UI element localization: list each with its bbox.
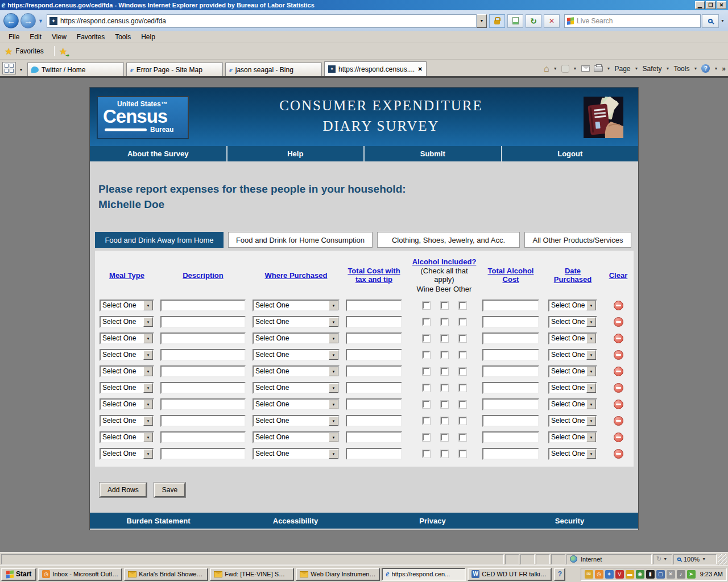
display-icon[interactable]: ▢ [656, 570, 665, 579]
clear-row-button[interactable] [614, 433, 623, 442]
date-purchased-select[interactable]: Select One▼ [548, 448, 597, 460]
home-dropdown[interactable]: ▼ [553, 66, 557, 70]
date-purchased-select[interactable]: Select One▼ [548, 415, 597, 427]
beer-checkbox[interactable] [441, 417, 448, 425]
clear-row-button[interactable] [614, 367, 623, 376]
clear-row-button[interactable] [614, 449, 623, 459]
favorites-button[interactable]: Favorites [15, 47, 43, 55]
close-tab-icon[interactable]: ✕ [418, 66, 423, 72]
other-checkbox[interactable] [459, 368, 466, 375]
beer-checkbox[interactable] [441, 335, 448, 342]
menu-view[interactable]: View [47, 32, 72, 42]
description-input[interactable] [160, 382, 246, 394]
device-icon[interactable]: ▮ [646, 570, 655, 579]
outlook-icon[interactable]: ◷ [595, 570, 603, 579]
clear-row-button[interactable] [614, 400, 623, 409]
meal-type-select[interactable]: Select One▼ [100, 365, 154, 377]
tab-food-and-drink-for-home-consumption[interactable]: Food and Drink for Home Consumption [228, 232, 373, 248]
recent-pages-dropdown-icon[interactable]: ▼ [38, 18, 43, 24]
meal-type-select[interactable]: Select One▼ [100, 431, 154, 443]
browser-tab-https-respond-census[interactable]: ✦https://respond.census....✕ [324, 61, 427, 76]
description-input[interactable] [160, 365, 246, 377]
beer-checkbox[interactable] [441, 450, 448, 458]
date-purchased-select[interactable]: Select One▼ [548, 382, 597, 394]
meal-type-select[interactable]: Select One▼ [100, 300, 154, 311]
tab-clothing-shoes-jewelry-and-acc[interactable]: Clothing, Shoes, Jewelry, and Acc. [377, 232, 520, 248]
col-where-purchased[interactable]: Where Purchased [265, 271, 328, 280]
protected-mode-indicator[interactable]: ↻▼ [653, 554, 672, 564]
beer-checkbox[interactable] [441, 318, 448, 326]
tools-menu[interactable]: Tools [673, 65, 689, 73]
clear-row-button[interactable] [614, 416, 623, 426]
date-purchased-select[interactable]: Select One▼ [548, 431, 597, 443]
date-purchased-select[interactable]: Select One▼ [548, 300, 597, 311]
total-cost-input[interactable] [346, 349, 402, 361]
address-url[interactable]: https://respond.census.gov/ced/fda [60, 17, 166, 25]
taskbar-button-inbox-microsoft-outlook[interactable]: ◷Inbox - Microsoft Outlook [38, 568, 122, 581]
clear-row-button[interactable] [614, 383, 623, 393]
address-dropdown[interactable]: ▼ [477, 14, 487, 28]
where-purchased-select[interactable]: Select One▼ [253, 332, 340, 344]
total-alcohol-cost-input[interactable] [482, 448, 539, 460]
total-cost-input[interactable] [346, 448, 402, 460]
total-cost-input[interactable] [346, 365, 402, 377]
total-cost-input[interactable] [346, 398, 402, 410]
nav-about-the-survey[interactable]: About the Survey [90, 146, 226, 161]
description-input[interactable] [160, 398, 246, 410]
where-purchased-select[interactable]: Select One▼ [253, 431, 340, 443]
footer-burden-statement[interactable]: Burden Statement [90, 513, 227, 529]
date-purchased-select[interactable]: Select One▼ [548, 365, 597, 377]
date-purchased-select[interactable]: Select One▼ [548, 332, 597, 344]
back-button[interactable]: ← [3, 13, 19, 28]
beer-checkbox[interactable] [441, 351, 448, 359]
antivirus-icon[interactable]: V [615, 570, 624, 579]
help-icon[interactable]: ? [701, 64, 710, 73]
nav-logout[interactable]: Logout [501, 146, 639, 161]
wine-checkbox[interactable] [423, 384, 430, 392]
taskbar-button-karla-s-bridal-shower-b[interactable]: Karla's Bridal Shower b... [124, 568, 208, 581]
clear-row-button[interactable] [614, 301, 623, 310]
col-alcohol-included[interactable]: Alcohol Included? [412, 257, 477, 266]
description-input[interactable] [160, 415, 246, 427]
date-purchased-select[interactable]: Select One▼ [548, 349, 597, 361]
description-input[interactable] [160, 349, 246, 361]
update-icon[interactable]: ➤ [687, 570, 696, 579]
nav-help[interactable]: Help [226, 146, 364, 161]
browser-tab-error-page-site-map[interactable]: eError Page - Site Map [126, 63, 223, 76]
where-purchased-select[interactable]: Select One▼ [253, 316, 340, 328]
where-purchased-select[interactable]: Select One▼ [253, 415, 340, 427]
beer-checkbox[interactable] [441, 384, 448, 392]
total-cost-input[interactable] [346, 332, 402, 344]
other-checkbox[interactable] [459, 318, 466, 326]
total-alcohol-cost-input[interactable] [482, 415, 539, 427]
minimize-button[interactable]: ▁ [695, 1, 705, 9]
close-button[interactable]: ✕ [717, 1, 726, 9]
compatibility-view-button[interactable] [507, 14, 523, 28]
where-purchased-select[interactable]: Select One▼ [253, 448, 340, 460]
col-date-purchased[interactable]: Date Purchased [554, 267, 592, 284]
description-input[interactable] [160, 431, 246, 443]
menu-favorites[interactable]: Favorites [72, 32, 110, 42]
wine-checkbox[interactable] [423, 401, 430, 408]
other-checkbox[interactable] [459, 351, 466, 359]
safety-menu[interactable]: Safety [642, 65, 661, 73]
address-bar[interactable]: ✦ https://respond.census.gov/ced/fda [47, 14, 477, 28]
total-alcohol-cost-input[interactable] [482, 431, 539, 443]
clear-row-button[interactable] [614, 317, 623, 327]
description-input[interactable] [160, 448, 246, 460]
total-cost-input[interactable] [346, 431, 402, 443]
other-checkbox[interactable] [459, 450, 466, 458]
other-checkbox[interactable] [459, 302, 466, 309]
total-cost-input[interactable] [346, 300, 402, 311]
date-purchased-select[interactable]: Select One▼ [548, 398, 597, 410]
col-meal-type[interactable]: Meal Type [109, 271, 144, 280]
taskbar-button-web-diary-instrument[interactable]: Web Diary Instrument ... [296, 568, 380, 581]
wine-checkbox[interactable] [423, 335, 430, 342]
add-rows-button[interactable]: Add Rows [100, 483, 147, 497]
search-input[interactable]: Live Search [564, 14, 701, 28]
search-button[interactable] [702, 14, 719, 28]
total-cost-input[interactable] [346, 415, 402, 427]
print-icon[interactable] [594, 65, 603, 72]
menu-file[interactable]: File [3, 32, 24, 42]
description-input[interactable] [160, 316, 246, 328]
